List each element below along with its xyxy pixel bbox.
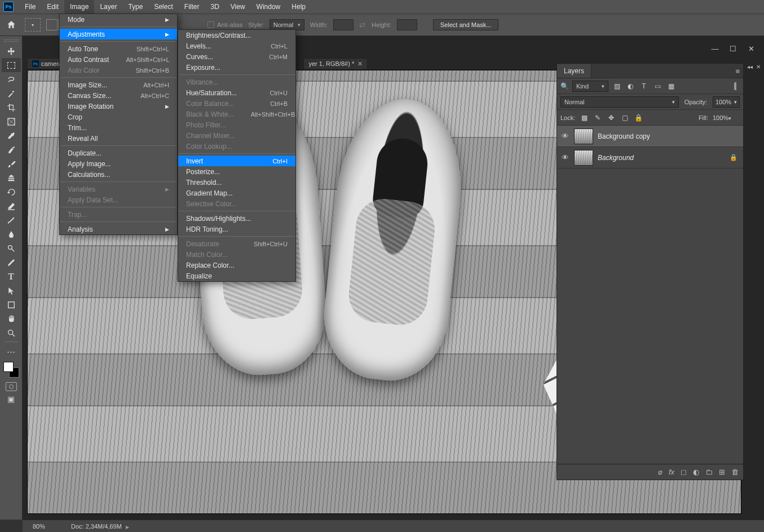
menu-invert[interactable]: InvertCtrl+I xyxy=(178,156,295,166)
menu-analysis[interactable]: Analysis▶ xyxy=(60,224,177,234)
filter-type-icon[interactable]: T xyxy=(639,81,649,91)
panel-collapse-icon[interactable]: ◂◂ ✕ xyxy=(744,60,764,73)
menu-apply-data-set[interactable]: Apply Data Set... xyxy=(60,194,177,205)
menu-select[interactable]: Select xyxy=(148,0,178,14)
menu-auto-contrast[interactable]: Auto ContrastAlt+Shift+Ctrl+L xyxy=(60,54,177,65)
crop-tool-icon[interactable] xyxy=(2,100,21,114)
blend-mode-dropdown[interactable]: Normal▾ xyxy=(560,96,679,108)
menu-adjustments[interactable]: Adjustments▶ xyxy=(60,29,177,39)
menu-canvas-size[interactable]: Canvas Size...Alt+Ctrl+C xyxy=(60,90,177,101)
delete-layer-icon[interactable]: 🗑 xyxy=(731,468,739,476)
filter-pixel-icon[interactable]: ▨ xyxy=(612,81,622,91)
menu-image-size[interactable]: Image Size...Alt+Ctrl+I xyxy=(60,79,177,90)
menu-auto-tone[interactable]: Auto ToneShift+Ctrl+L xyxy=(60,43,177,54)
filter-adjust-icon[interactable]: ◐ xyxy=(625,81,635,91)
filter-shape-icon[interactable]: ▭ xyxy=(652,81,663,91)
menu-layer[interactable]: Layer xyxy=(94,0,122,14)
menu-apply-image[interactable]: Apply Image... xyxy=(60,158,177,169)
panel-grip[interactable] xyxy=(4,39,19,42)
layer-thumbnail[interactable] xyxy=(574,128,593,144)
menu-window[interactable]: Window xyxy=(251,0,286,14)
menu-color-balance[interactable]: Color Balance...Ctrl+B xyxy=(178,98,295,109)
lock-pixels-icon[interactable]: ✎ xyxy=(593,113,602,122)
filter-toggle-icon[interactable] xyxy=(734,82,740,90)
menu-photo-filter[interactable]: Photo Filter... xyxy=(178,119,295,130)
menu-posterize[interactable]: Posterize... xyxy=(178,166,295,177)
history-brush-tool-icon[interactable] xyxy=(2,185,21,199)
path-selection-tool-icon[interactable] xyxy=(2,283,21,298)
layer-mask-icon[interactable]: ◻ xyxy=(681,468,687,476)
menu-shadows-highlights[interactable]: Shadows/Highlights... xyxy=(178,213,295,224)
fill-input[interactable]: 100%▾ xyxy=(713,114,740,121)
layer-thumbnail[interactable] xyxy=(574,150,593,166)
screen-mode-icon[interactable]: ▣ xyxy=(7,394,15,404)
edit-toolbar-icon[interactable]: ⋯ xyxy=(2,344,21,358)
document-tab[interactable]: yer 1, RGB/8#) * ✕ xyxy=(303,58,368,70)
document-size[interactable]: Doc: 2,34M/4,69M ▶ xyxy=(71,523,129,530)
select-and-mask-button[interactable]: Select and Mask... xyxy=(433,19,499,30)
style-dropdown[interactable]: Normal▾ xyxy=(270,19,304,30)
layer-fx-icon[interactable]: fx xyxy=(669,468,674,476)
new-layer-icon[interactable]: ⊞ xyxy=(719,468,725,476)
menu-exposure[interactable]: Exposure... xyxy=(178,62,295,73)
menu-help[interactable]: Help xyxy=(286,0,311,14)
window-maximize-icon[interactable]: ☐ xyxy=(728,45,738,52)
move-tool-icon[interactable] xyxy=(2,44,21,58)
menu-image-rotation[interactable]: Image Rotation▶ xyxy=(60,101,177,112)
marquee-tool-preset-icon[interactable]: ▾ xyxy=(25,18,41,32)
layer-row[interactable]: 👁 Background copy xyxy=(557,126,743,147)
menu-black-white[interactable]: Black & White...Alt+Shift+Ctrl+B xyxy=(178,109,295,119)
menu-gradient-map[interactable]: Gradient Map... xyxy=(178,188,295,198)
zoom-level[interactable]: 80% xyxy=(33,523,61,530)
menu-brightness-contrast[interactable]: Brightness/Contrast... xyxy=(178,30,295,41)
menu-hdr-toning[interactable]: HDR Toning... xyxy=(178,224,295,234)
menu-3d[interactable]: 3D xyxy=(205,0,224,14)
window-close-icon[interactable]: ✕ xyxy=(746,45,756,52)
blur-tool-icon[interactable] xyxy=(2,227,21,241)
filter-smart-icon[interactable]: ▦ xyxy=(666,81,676,91)
menu-channel-mixer[interactable]: Channel Mixer... xyxy=(178,130,295,141)
menu-trim[interactable]: Trim... xyxy=(60,122,177,133)
menu-trap[interactable]: Trap... xyxy=(60,209,177,220)
frame-tool-icon[interactable] xyxy=(2,114,21,128)
menu-match-color[interactable]: Match Color... xyxy=(178,249,295,260)
menu-image[interactable]: Image xyxy=(64,0,94,14)
shape-tool-icon[interactable] xyxy=(2,298,21,312)
menu-replace-color[interactable]: Replace Color... xyxy=(178,260,295,271)
window-minimize-icon[interactable]: — xyxy=(710,45,720,52)
panel-menu-icon[interactable]: ≡ xyxy=(735,67,740,76)
dodge-tool-icon[interactable] xyxy=(2,241,21,255)
eyedropper-tool-icon[interactable] xyxy=(2,128,21,143)
color-swatches[interactable] xyxy=(3,362,19,378)
menu-variables[interactable]: Variables▶ xyxy=(60,184,177,194)
layer-row[interactable]: 👁 Background 🔒 xyxy=(557,147,743,169)
menu-threshold[interactable]: Threshold... xyxy=(178,177,295,188)
lasso-tool-icon[interactable] xyxy=(2,72,21,86)
menu-filter[interactable]: Filter xyxy=(179,0,205,14)
lock-artboard-icon[interactable]: ▢ xyxy=(620,113,629,122)
healing-brush-tool-icon[interactable] xyxy=(2,143,21,157)
menu-duplicate[interactable]: Duplicate... xyxy=(60,148,177,158)
menu-type[interactable]: Type xyxy=(122,0,148,14)
layer-name[interactable]: Background xyxy=(598,154,634,162)
magic-wand-tool-icon[interactable] xyxy=(2,86,21,100)
eraser-tool-icon[interactable] xyxy=(2,199,21,213)
link-layers-icon[interactable]: ⌀ xyxy=(658,468,663,476)
menu-desaturate[interactable]: DesaturateShift+Ctrl+U xyxy=(178,238,295,249)
more-tools-divider[interactable] xyxy=(5,342,17,343)
type-tool-icon[interactable]: T xyxy=(2,269,21,283)
anti-alias-checkbox[interactable]: Anti-alias xyxy=(207,21,242,28)
hand-tool-icon[interactable] xyxy=(2,312,21,326)
pen-tool-icon[interactable] xyxy=(2,255,21,269)
menu-levels[interactable]: Levels...Ctrl+L xyxy=(178,41,295,51)
menu-calculations[interactable]: Calculations... xyxy=(60,169,177,180)
quick-mask-icon[interactable] xyxy=(6,382,17,391)
menu-crop[interactable]: Crop xyxy=(60,112,177,122)
adjustment-layer-icon[interactable]: ◐ xyxy=(693,468,699,476)
menu-reveal-all[interactable]: Reveal All xyxy=(60,133,177,144)
group-icon[interactable]: 🗀 xyxy=(705,468,713,476)
lock-all-icon[interactable]: 🔒 xyxy=(634,113,643,122)
menu-auto-color[interactable]: Auto ColorShift+Ctrl+B xyxy=(60,65,177,76)
layers-tab[interactable]: Layers xyxy=(557,64,591,78)
visibility-toggle-icon[interactable]: 👁 xyxy=(560,153,569,162)
